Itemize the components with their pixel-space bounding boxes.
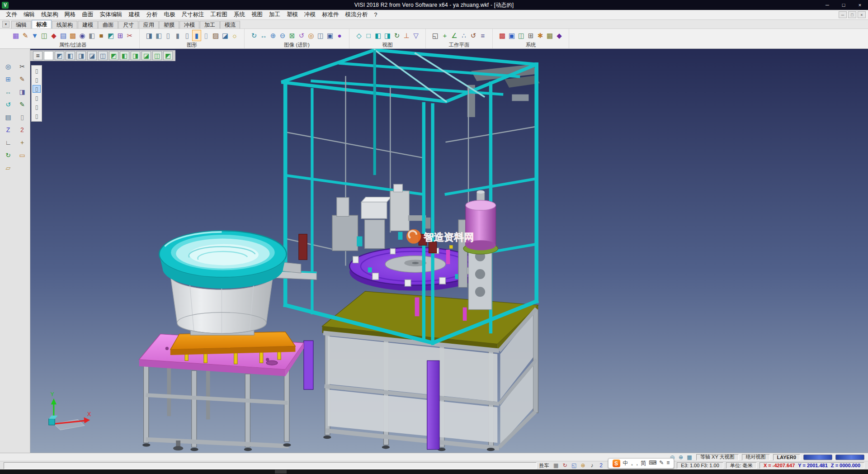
menu-standard-parts[interactable]: 标准件	[319, 10, 342, 19]
snap-grid-icon[interactable]: ⊞	[3, 74, 14, 84]
ghost-cylinder-icon[interactable]: ▯	[202, 30, 211, 41]
sketch-icon[interactable]: ✎	[17, 100, 28, 109]
menu-edit[interactable]: 编辑	[20, 10, 38, 19]
corner-icon[interactable]: ∟	[3, 137, 14, 147]
menu-mesh[interactable]: 网格	[61, 10, 79, 19]
save-status-icon[interactable]: ▦	[552, 462, 560, 469]
active-layer-label[interactable]: LAYER0	[773, 454, 800, 460]
workplane-angle-icon[interactable]: ∠	[450, 30, 459, 41]
shaded-edges-icon[interactable]: ▮	[192, 30, 201, 41]
menu-flow-analysis[interactable]: 模流分析	[342, 10, 371, 19]
calculator-icon[interactable]: ⊞	[526, 30, 535, 41]
right-view-icon[interactable]: ◨	[383, 30, 392, 41]
current-view-label[interactable]: 等轴 XY 大视图	[696, 454, 739, 460]
menu-machining[interactable]: 加工	[266, 10, 283, 19]
shaded-cube-back-icon[interactable]: ◫	[152, 51, 162, 60]
trim-icon[interactable]: ✂	[17, 62, 28, 71]
dynamic-rotate-icon[interactable]: ↻	[250, 30, 259, 41]
taskbar-item[interactable]	[275, 470, 287, 474]
snap-status-icon[interactable]: ⊕	[579, 462, 587, 469]
advanced-render-icon[interactable]: ●	[335, 30, 344, 41]
ime-logo-icon[interactable]: S	[613, 460, 620, 467]
tab-die[interactable]: 冲模	[179, 21, 199, 28]
background-icon[interactable]: ◪	[221, 30, 230, 41]
palette-filter-2-icon[interactable]: ▯	[33, 76, 41, 84]
dynamic-pan-icon[interactable]: ↔	[259, 30, 268, 41]
front-view-icon[interactable]: ◧	[373, 30, 382, 41]
count-status[interactable]: 2	[597, 462, 605, 469]
tab-application[interactable]: 应用	[139, 21, 159, 28]
audio-status-icon[interactable]: ♪	[588, 462, 596, 469]
layer-manager-icon[interactable]: ▤	[59, 30, 68, 41]
workplane-status-icon[interactable]: ◱	[570, 462, 578, 469]
top-view-icon[interactable]: □	[364, 30, 373, 41]
purge-icon[interactable]: ✂	[125, 30, 134, 41]
zoom-select-icon[interactable]: ◎	[3, 62, 14, 71]
shaded-cube-front-icon[interactable]: ◨	[131, 51, 140, 60]
attribute-brush-icon[interactable]: ✎	[21, 30, 30, 41]
screen-config-icon[interactable]: ▣	[507, 30, 516, 41]
tab-flow[interactable]: 模流	[220, 21, 240, 28]
menu-die[interactable]: 冲模	[301, 10, 319, 19]
shading-icon[interactable]: ◧	[154, 30, 163, 41]
measure-icon[interactable]: ⊞	[116, 30, 125, 41]
numeric-2-icon[interactable]: 2	[17, 125, 28, 135]
shaded-cube-iso-icon[interactable]: ◩	[109, 51, 118, 60]
blank-mask-icon[interactable]: ◧	[87, 30, 96, 41]
capture-image-icon[interactable]: ▣	[326, 30, 335, 41]
menu-modeling[interactable]: 建模	[126, 10, 143, 19]
shaded-cylinder-icon[interactable]: ▮	[173, 30, 182, 41]
menu-dimension[interactable]: 尺寸标注	[179, 10, 208, 19]
viewport-3d[interactable]: 智造资料网 Y X ≡ ◩◧◨◪◫◩◧◨◪◫◩ ▯▯▯▯▯▯	[30, 49, 868, 453]
filter-icon[interactable]: ▼	[30, 30, 39, 41]
ime-pen-icon[interactable]: ✎	[659, 460, 664, 467]
lighting-icon[interactable]: ☼	[230, 30, 239, 41]
palette-filter-6-icon[interactable]: ▯	[33, 112, 41, 120]
palette-filter-5-icon[interactable]: ▯	[33, 103, 41, 111]
workplane-3pt-icon[interactable]: ∴	[459, 30, 468, 41]
regen-icon[interactable]: ↻	[3, 150, 14, 160]
document-icon[interactable]: ▯	[17, 112, 28, 122]
element-properties-icon[interactable]: ▦	[11, 30, 20, 41]
tab-machining[interactable]: 加工	[200, 21, 220, 28]
shaded-cube-right-icon[interactable]: ◪	[142, 51, 151, 60]
minimize-button[interactable]: ─	[819, 0, 835, 10]
selection-filter-icon[interactable]: ◫	[40, 30, 49, 41]
status-zoom-icon[interactable]: ⊕	[677, 454, 684, 460]
workplane-list-icon[interactable]: ≡	[478, 30, 487, 41]
grid-settings-icon[interactable]: ▦	[545, 30, 554, 41]
redraw-status-icon[interactable]: ↻	[561, 462, 569, 469]
maximize-button[interactable]: □	[835, 0, 852, 10]
mdi-close-button[interactable]: ×	[858, 11, 866, 18]
palette-filter-3-icon[interactable]: ▯	[33, 85, 41, 93]
wireframe-cylinder-icon[interactable]: ▯	[164, 30, 173, 41]
cube-back-icon[interactable]: ◫	[98, 51, 108, 60]
named-views-icon[interactable]: ▽	[411, 30, 420, 41]
rotate-view-icon[interactable]: ↻	[392, 30, 401, 41]
magnet-snap-icon[interactable]: ◆	[49, 30, 58, 41]
folder-icon[interactable]: ▱	[3, 163, 14, 173]
mask-half-icon[interactable]: ◨	[17, 87, 28, 97]
command-input-field[interactable]	[4, 462, 537, 469]
tab-modeling[interactable]: 建模	[78, 21, 98, 28]
menu-analysis[interactable]: 分析	[143, 10, 161, 19]
workplane-icon[interactable]: ◱	[431, 30, 440, 41]
palette-filter-1-icon[interactable]: ▯	[33, 67, 41, 75]
dynamic-slider-1[interactable]	[803, 455, 832, 460]
visibility-icon[interactable]: ◉	[78, 30, 87, 41]
lock-elements-icon[interactable]: ■	[97, 30, 106, 41]
ime-punctuation[interactable]: 。,	[631, 460, 638, 467]
palette-filter-4-icon[interactable]: ▯	[33, 94, 41, 102]
menu-file[interactable]: 文件	[3, 10, 20, 19]
menu-mold[interactable]: 塑模	[283, 10, 301, 19]
iso-view-icon[interactable]: ◇	[354, 30, 363, 41]
ruler-icon[interactable]: ▭	[17, 150, 28, 160]
status-grid-icon[interactable]: ▦	[686, 454, 693, 460]
tab-mold[interactable]: 塑膜	[159, 21, 179, 28]
zoom-in-icon[interactable]: ⊕	[269, 30, 278, 41]
menu-surface[interactable]: 曲面	[79, 10, 97, 19]
settings-icon[interactable]: ✱	[536, 30, 545, 41]
shaded-cube-bottom-icon[interactable]: ◩	[163, 51, 173, 60]
ime-menu-icon[interactable]: ≡	[666, 460, 670, 467]
cube-top-icon[interactable]: ◧	[66, 51, 75, 60]
